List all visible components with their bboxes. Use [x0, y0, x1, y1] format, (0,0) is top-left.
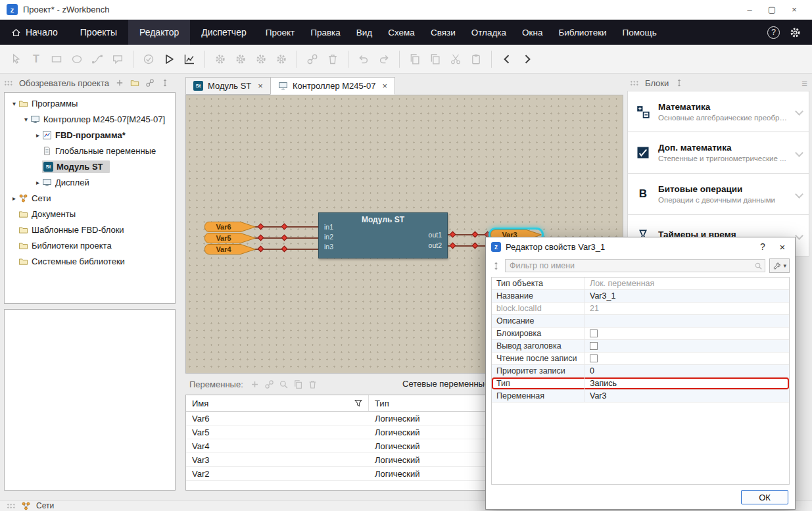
- st-function-block[interactable]: Модуль ST in1 in2 in3 out1 out2: [318, 212, 448, 258]
- settings-gear-icon[interactable]: [789, 26, 801, 39]
- redo-icon[interactable]: [375, 50, 393, 68]
- menu-links[interactable]: Связи: [423, 20, 464, 45]
- property-value[interactable]: Запись: [585, 377, 789, 389]
- dialog-titlebar[interactable]: z Редактор свойств Var3_1 ? ×: [486, 237, 795, 256]
- column-header-name[interactable]: Имя: [186, 395, 369, 411]
- validate-icon[interactable]: [139, 50, 158, 68]
- expand-icon[interactable]: ▸: [34, 132, 42, 139]
- menu-debug[interactable]: Отладка: [464, 20, 514, 45]
- duplicate-icon[interactable]: [426, 50, 444, 68]
- column-header-type[interactable]: Тип: [369, 399, 389, 408]
- menu-windows[interactable]: Окна: [514, 20, 550, 45]
- add-icon[interactable]: [115, 78, 124, 87]
- tree-item[interactable]: ▸ Дисплей: [5, 174, 175, 190]
- connector-tool-icon[interactable]: [88, 50, 107, 68]
- cut-icon[interactable]: [446, 50, 465, 68]
- tab-controller[interactable]: Контроллер М245-07 ×: [270, 77, 395, 95]
- block-input-port[interactable]: in1: [324, 223, 333, 231]
- maximize-button[interactable]: ▢: [761, 1, 783, 19]
- menu-help[interactable]: Помощь: [615, 20, 665, 45]
- tree-item[interactable]: ▸ Сети: [5, 190, 175, 206]
- block-category-bitops[interactable]: B Битовые операции Операции с двоичными …: [627, 174, 809, 215]
- tree-item[interactable]: Системные библиотеки: [5, 253, 175, 269]
- settings-wrench-button[interactable]: ▾: [769, 258, 790, 273]
- paste-icon[interactable]: [467, 50, 485, 68]
- property-value[interactable]: Var3_1: [585, 290, 789, 302]
- collapse-icon[interactable]: ▾: [22, 116, 30, 123]
- property-value[interactable]: 0: [585, 365, 789, 377]
- checkbox[interactable]: [590, 354, 598, 362]
- close-tab-icon[interactable]: ×: [383, 81, 388, 91]
- menu-edit[interactable]: Правка: [302, 20, 348, 45]
- rectangle-tool-icon[interactable]: [47, 50, 66, 68]
- variable-tag-var6[interactable]: Var6: [204, 222, 256, 232]
- expand-icon[interactable]: ▸: [34, 179, 42, 186]
- tree-item[interactable]: Глобальные переменные: [5, 143, 175, 158]
- chevron-down-icon[interactable]: [795, 190, 803, 199]
- select-tool-icon[interactable]: [7, 50, 25, 68]
- delete-icon[interactable]: [308, 379, 318, 389]
- add-folder-icon[interactable]: [130, 78, 139, 87]
- window-titlebar[interactable]: z Проект* - zWorkbench – ▢ ×: [0, 0, 812, 20]
- block-category-math[interactable]: Математика Основные алгебраические преоб…: [627, 91, 809, 132]
- filter-input[interactable]: [505, 259, 765, 272]
- checkbox[interactable]: [590, 342, 598, 350]
- ribbon-tab-projects[interactable]: Проекты: [69, 20, 128, 45]
- panel-menu-icon[interactable]: ≡: [801, 78, 807, 89]
- tree-item[interactable]: ▸ FBD-программа*: [5, 127, 175, 143]
- property-value[interactable]: Var3: [585, 390, 789, 402]
- minimize-button[interactable]: –: [738, 1, 761, 19]
- comment-tool-icon[interactable]: [108, 50, 127, 68]
- ribbon-tab-editor[interactable]: Редактор: [128, 20, 190, 45]
- copy-icon[interactable]: [406, 50, 424, 68]
- help-icon[interactable]: ?: [767, 26, 780, 39]
- block-input-port[interactable]: in2: [324, 233, 333, 241]
- close-button[interactable]: ×: [783, 1, 805, 19]
- search-icon[interactable]: [279, 379, 289, 389]
- expand-icon[interactable]: ▸: [10, 195, 18, 202]
- menu-view[interactable]: Вид: [348, 20, 380, 45]
- chevron-down-icon[interactable]: [795, 149, 803, 157]
- checkbox[interactable]: [590, 329, 598, 337]
- menu-libraries[interactable]: Библиотеки: [550, 20, 614, 45]
- tree-item[interactable]: ▾ Контроллер М245-07[М245-07]: [5, 111, 175, 127]
- text-tool-icon[interactable]: T: [27, 50, 45, 68]
- link-edit-icon[interactable]: [303, 50, 322, 68]
- ribbon-tab-manager[interactable]: Диспетчер: [190, 20, 257, 45]
- chevron-down-icon[interactable]: [795, 107, 803, 116]
- gear-config-icon[interactable]: [252, 50, 270, 68]
- variable-tag-var4[interactable]: Var4: [204, 244, 256, 255]
- block-output-port[interactable]: out2: [429, 241, 442, 249]
- tree-item[interactable]: ▾ Программы: [5, 95, 175, 111]
- expand-collapse-icon[interactable]: [491, 261, 501, 271]
- nav-back-icon[interactable]: [498, 50, 516, 68]
- expand-collapse-icon[interactable]: [160, 78, 170, 87]
- collapse-icon[interactable]: ▾: [10, 100, 18, 107]
- ellipse-tool-icon[interactable]: [68, 50, 86, 68]
- filter-funnel-icon[interactable]: [354, 399, 363, 410]
- block-category-adv-math[interactable]: Доп. математика Степенные и тригонометри…: [627, 132, 809, 174]
- tree-item-selected[interactable]: St Модуль ST: [5, 158, 175, 174]
- undo-icon[interactable]: [354, 50, 373, 68]
- delete-icon[interactable]: [323, 50, 342, 68]
- nav-forward-icon[interactable]: [518, 50, 537, 68]
- menu-project[interactable]: Проект: [258, 20, 302, 45]
- close-tab-icon[interactable]: ×: [258, 81, 263, 91]
- tree-item[interactable]: Документы: [5, 206, 175, 222]
- block-output-port[interactable]: out1: [429, 231, 442, 239]
- copy-icon[interactable]: [293, 379, 303, 389]
- gear-config-icon[interactable]: [211, 50, 229, 68]
- chart-view-icon[interactable]: [180, 50, 199, 68]
- menu-scheme[interactable]: Схема: [380, 20, 423, 45]
- tree-item[interactable]: Библиотеки проекта: [5, 237, 175, 253]
- tree-item[interactable]: Шаблонные FBD-блоки: [5, 222, 175, 237]
- ok-button[interactable]: ОК: [741, 490, 788, 504]
- add-icon[interactable]: [250, 379, 260, 389]
- property-value[interactable]: [585, 315, 789, 327]
- tab-module-st[interactable]: St Модуль ST ×: [185, 77, 270, 95]
- link-icon[interactable]: [264, 379, 274, 389]
- chevron-down-icon[interactable]: [795, 231, 803, 240]
- variable-tag-var5[interactable]: Var5: [204, 233, 256, 243]
- block-input-port[interactable]: in3: [324, 243, 333, 251]
- pin-panel-icon[interactable]: [675, 78, 684, 87]
